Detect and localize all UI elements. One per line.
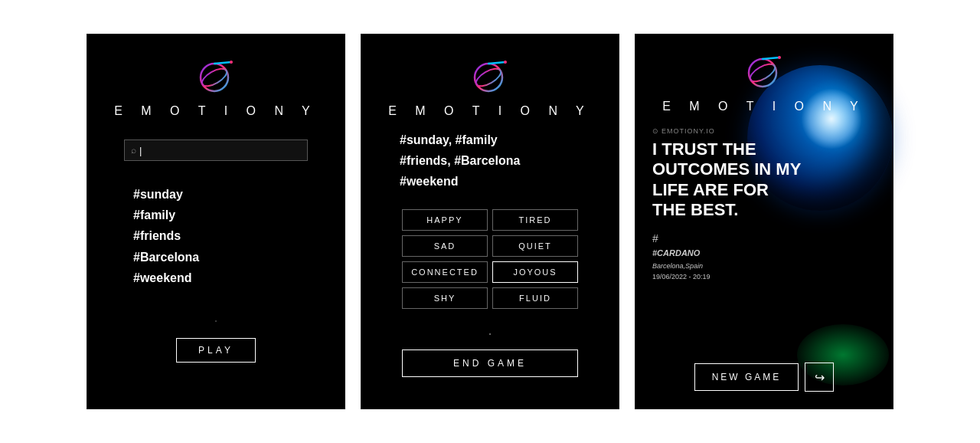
svg-line-10 bbox=[763, 57, 779, 59]
logo-icon-2 bbox=[467, 56, 513, 98]
screen-2: E M O T I O N Y #sunday, #family #friend… bbox=[361, 34, 619, 409]
emotion-sad[interactable]: SAD bbox=[402, 235, 488, 257]
hashtag-item: #weekend bbox=[133, 267, 345, 288]
logo-area-3: E M O T I O N Y bbox=[662, 51, 866, 113]
share-icon: ↪ bbox=[815, 370, 825, 385]
hashtag-line-1: #sunday, #family bbox=[400, 130, 619, 150]
s3-text-area: ⊙ EMOTIONY.IO I TRUST THE OUTCOMES IN MY… bbox=[635, 127, 893, 282]
emotion-happy[interactable]: HAPPY bbox=[402, 209, 488, 231]
logo-area-2: E M O T I O N Y bbox=[388, 56, 592, 118]
dot-separator: · bbox=[176, 313, 256, 329]
cardano-tag: #CARDANO bbox=[652, 247, 801, 261]
date: 19/06/2022 - 20:19 bbox=[652, 271, 801, 282]
emotion-joyous[interactable]: JOYOUS bbox=[492, 261, 578, 283]
screen-1: E M O T I O N Y ⌕ | #sunday #family #fri… bbox=[87, 34, 345, 409]
emotiony-logo-small: ⊙ bbox=[652, 127, 659, 135]
emotion-quiet[interactable]: QUIET bbox=[492, 235, 578, 257]
emotion-shy[interactable]: SHY bbox=[402, 287, 488, 309]
emotion-tired[interactable]: TIRED bbox=[492, 209, 578, 231]
hashtags-list: #sunday #family #friends #Barcelona #wee… bbox=[87, 184, 345, 288]
svg-line-2 bbox=[214, 62, 231, 64]
emotiony-io: ⊙ EMOTIONY.IO bbox=[652, 127, 801, 135]
location: Barcelona,Spain bbox=[652, 261, 801, 271]
new-game-button[interactable]: NEW GAME bbox=[694, 363, 799, 391]
svg-point-7 bbox=[504, 61, 507, 64]
brand-name-2: E M O T I O N Y bbox=[388, 104, 592, 118]
hashtag-item: #sunday bbox=[133, 184, 345, 205]
share-button[interactable]: ↪ bbox=[805, 363, 834, 392]
search-cursor: | bbox=[139, 145, 142, 156]
s3-buttons: NEW GAME ↪ bbox=[694, 363, 835, 392]
screen-3: E M O T I O N Y ⊙ EMOTIONY.IO I TRUST TH… bbox=[635, 34, 893, 409]
logo-icon-3 bbox=[741, 51, 787, 94]
svg-point-3 bbox=[230, 61, 233, 64]
screens-container: E M O T I O N Y ⌕ | #sunday #family #fri… bbox=[0, 0, 980, 443]
emotion-grid: HAPPY TIRED SAD QUIET CONNECTED JOYOUS S… bbox=[402, 209, 578, 309]
s3-meta: # #CARDANO Barcelona,Spain 19/06/2022 - … bbox=[652, 230, 801, 283]
hashtag-line-3: #weekend bbox=[400, 171, 619, 192]
dot-indicator-2: · bbox=[488, 324, 492, 342]
s3-content: E M O T I O N Y ⊙ EMOTIONY.IO I TRUST TH… bbox=[635, 34, 893, 409]
logo-area-1: E M O T I O N Y bbox=[114, 56, 318, 118]
svg-point-11 bbox=[778, 56, 781, 59]
brand-name-1: E M O T I O N Y bbox=[114, 104, 318, 118]
hashtag-item: #family bbox=[133, 205, 345, 225]
play-button[interactable]: PLAY bbox=[176, 338, 256, 363]
search-icon: ⌕ bbox=[131, 145, 136, 156]
hashtag-item: #Barcelona bbox=[133, 247, 345, 267]
s2-hashtags: #sunday, #family #friends, #Barcelona #w… bbox=[361, 130, 619, 192]
emotion-connected[interactable]: CONNECTED bbox=[402, 261, 488, 283]
quote-text: I TRUST THE OUTCOMES IN MY LIFE ARE FOR … bbox=[652, 139, 801, 221]
search-bar[interactable]: ⌕ | bbox=[124, 139, 308, 161]
brand-name-3: E M O T I O N Y bbox=[662, 100, 866, 113]
hashtag-item: #friends bbox=[133, 225, 345, 246]
end-game-button[interactable]: END GAME bbox=[402, 349, 578, 377]
emotion-fluid[interactable]: FLUID bbox=[492, 287, 578, 309]
svg-line-6 bbox=[488, 62, 505, 64]
hashtag-line-2: #friends, #Barcelona bbox=[400, 150, 619, 171]
logo-icon-1 bbox=[193, 56, 239, 98]
hash-symbol: # bbox=[652, 230, 801, 247]
